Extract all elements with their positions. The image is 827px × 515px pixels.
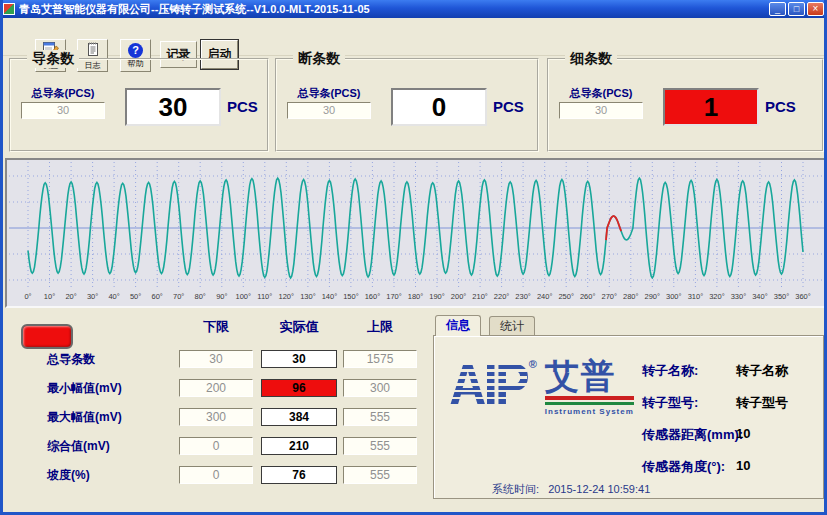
limit-actual-field: 76 bbox=[261, 466, 337, 484]
sensor-distance-value: 10 bbox=[736, 426, 750, 441]
groupbox-thin-count: 细条数 总导条(PCS) 30 1 PCS bbox=[547, 58, 824, 152]
limit-upper-field: 300 bbox=[343, 379, 417, 397]
sensor-angle-value: 10 bbox=[736, 458, 750, 473]
groupbox-broken-count: 断条数 总导条(PCS) 30 0 PCS bbox=[275, 58, 539, 152]
tab-info[interactable]: 信息 bbox=[435, 315, 481, 336]
svg-text:160°: 160° bbox=[365, 292, 381, 301]
limit-row-label: 综合值(mV) bbox=[47, 437, 177, 455]
svg-text:190°: 190° bbox=[429, 292, 445, 301]
svg-text:10°: 10° bbox=[44, 292, 55, 301]
limit-actual-field: 210 bbox=[261, 437, 337, 455]
rotor-model-value: 转子型号 bbox=[736, 394, 788, 412]
svg-text:40°: 40° bbox=[108, 292, 119, 301]
svg-text:330°: 330° bbox=[731, 292, 747, 301]
restore-button[interactable]: □ bbox=[788, 2, 805, 16]
app-icon bbox=[3, 3, 15, 15]
thin-count-display: 1 bbox=[663, 88, 759, 126]
tab-statistics[interactable]: 统计 bbox=[489, 316, 535, 335]
broken-count-display: 0 bbox=[391, 88, 487, 126]
sensor-distance-field: 传感器距离(mm): 10 bbox=[434, 426, 823, 444]
groupbox-title: 导条数 bbox=[27, 50, 79, 68]
limit-upper-field: 555 bbox=[343, 466, 417, 484]
svg-text:50°: 50° bbox=[130, 292, 141, 301]
svg-text:340°: 340° bbox=[752, 292, 768, 301]
limit-row: 最小幅值(mV)20096300 bbox=[3, 379, 433, 399]
svg-text:360°: 360° bbox=[795, 292, 811, 301]
title-bar: 青岛艾普智能仪器有限公司--压铸转子测试系统--V1.0.0-MLT-2015-… bbox=[0, 0, 827, 18]
svg-text:290°: 290° bbox=[645, 292, 661, 301]
system-time-value: 2015-12-24 10:59:41 bbox=[548, 483, 650, 495]
sensor-angle-field: 传感器角度(°): 10 bbox=[434, 458, 823, 476]
svg-text:90°: 90° bbox=[216, 292, 227, 301]
svg-text:140°: 140° bbox=[322, 292, 338, 301]
svg-text:220°: 220° bbox=[494, 292, 510, 301]
window-title: 青岛艾普智能仪器有限公司--压铸转子测试系统--V1.0.0-MLT-2015-… bbox=[19, 2, 767, 17]
total-bars-input[interactable]: 30 bbox=[21, 102, 105, 119]
limit-upper-field: 555 bbox=[343, 437, 417, 455]
svg-text:80°: 80° bbox=[195, 292, 206, 301]
svg-text:200°: 200° bbox=[451, 292, 467, 301]
limit-actual-field: 384 bbox=[261, 408, 337, 426]
limit-lower-field: 200 bbox=[179, 379, 253, 397]
svg-text:150°: 150° bbox=[343, 292, 359, 301]
system-time-label: 系统时间: bbox=[492, 483, 539, 495]
svg-text:270°: 270° bbox=[602, 292, 618, 301]
svg-text:120°: 120° bbox=[279, 292, 295, 301]
limit-lower-field: 300 bbox=[179, 408, 253, 426]
limits-header-actual: 实际值 bbox=[261, 318, 337, 336]
svg-text:70°: 70° bbox=[173, 292, 184, 301]
limit-upper-field: 555 bbox=[343, 408, 417, 426]
svg-text:210°: 210° bbox=[472, 292, 488, 301]
svg-text:180°: 180° bbox=[408, 292, 424, 301]
svg-text:260°: 260° bbox=[580, 292, 596, 301]
rotor-name-field: 转子名称: 转子名称 bbox=[434, 362, 823, 380]
limit-row-label: 坡度(%) bbox=[47, 466, 177, 484]
system-time: 系统时间: 2015-12-24 10:59:41 bbox=[492, 482, 650, 497]
app-window: 青岛艾普智能仪器有限公司--压铸转子测试系统--V1.0.0-MLT-2015-… bbox=[0, 0, 827, 515]
close-button[interactable]: × bbox=[807, 2, 824, 16]
limit-lower-field: 30 bbox=[179, 350, 253, 368]
total-bars-input[interactable]: 30 bbox=[287, 102, 371, 119]
total-bars-label: 总导条(PCS) bbox=[21, 86, 105, 101]
alarm-indicator bbox=[21, 324, 73, 349]
info-tab-panel: 信息 统计 AIP ® 艾普 Instrument System 转子名称: 转… bbox=[433, 315, 824, 499]
total-bars-label: 总导条(PCS) bbox=[559, 86, 643, 101]
svg-text:250°: 250° bbox=[558, 292, 574, 301]
limit-row-label: 最大幅值(mV) bbox=[47, 408, 177, 426]
limits-panel: 下限 实际值 上限 总导条数30301575最小幅值(mV)20096300最大… bbox=[3, 312, 433, 507]
svg-text:170°: 170° bbox=[386, 292, 402, 301]
svg-text:240°: 240° bbox=[537, 292, 553, 301]
svg-text:20°: 20° bbox=[65, 292, 76, 301]
svg-text:100°: 100° bbox=[236, 292, 252, 301]
svg-text:300°: 300° bbox=[666, 292, 682, 301]
limit-actual-field: 96 bbox=[261, 379, 337, 397]
sensor-angle-label: 传感器角度(°): bbox=[642, 458, 725, 476]
waveform-chart: 0°10°20°30°40°50°60°70°80°90°100°110°120… bbox=[5, 158, 827, 308]
help-icon: ? bbox=[128, 43, 143, 58]
limit-actual-field: 30 bbox=[261, 350, 337, 368]
limits-header-lower: 下限 bbox=[179, 318, 253, 336]
pcs-unit-label: PCS bbox=[227, 98, 258, 115]
limits-header-upper: 上限 bbox=[343, 318, 417, 336]
rotor-model-label: 转子型号: bbox=[642, 394, 698, 412]
bar-count-display: 30 bbox=[125, 88, 221, 126]
rotor-name-label: 转子名称: bbox=[642, 362, 698, 380]
svg-text:310°: 310° bbox=[688, 292, 704, 301]
total-bars-label: 总导条(PCS) bbox=[287, 86, 371, 101]
pcs-unit-label: PCS bbox=[765, 98, 796, 115]
svg-text:280°: 280° bbox=[623, 292, 639, 301]
total-bars-input[interactable]: 30 bbox=[559, 102, 643, 119]
sensor-distance-label: 传感器距离(mm): bbox=[642, 426, 743, 444]
groupbox-title: 断条数 bbox=[293, 50, 345, 68]
groupbox-bar-count: 导条数 总导条(PCS) 30 30 PCS bbox=[9, 58, 269, 152]
toolbar: 设置 日志 ? 帮助 记录 启动 bbox=[3, 18, 824, 56]
rotor-name-value: 转子名称 bbox=[736, 362, 788, 380]
svg-text:0°: 0° bbox=[24, 292, 31, 301]
waveform-svg: 0°10°20°30°40°50°60°70°80°90°100°110°120… bbox=[7, 160, 826, 306]
limit-lower-field: 0 bbox=[179, 437, 253, 455]
minimize-button[interactable]: _ bbox=[769, 2, 786, 16]
pcs-unit-label: PCS bbox=[493, 98, 524, 115]
limit-row: 综合值(mV)0210555 bbox=[3, 437, 433, 457]
svg-text:320°: 320° bbox=[709, 292, 725, 301]
rotor-model-field: 转子型号: 转子型号 bbox=[434, 394, 823, 412]
